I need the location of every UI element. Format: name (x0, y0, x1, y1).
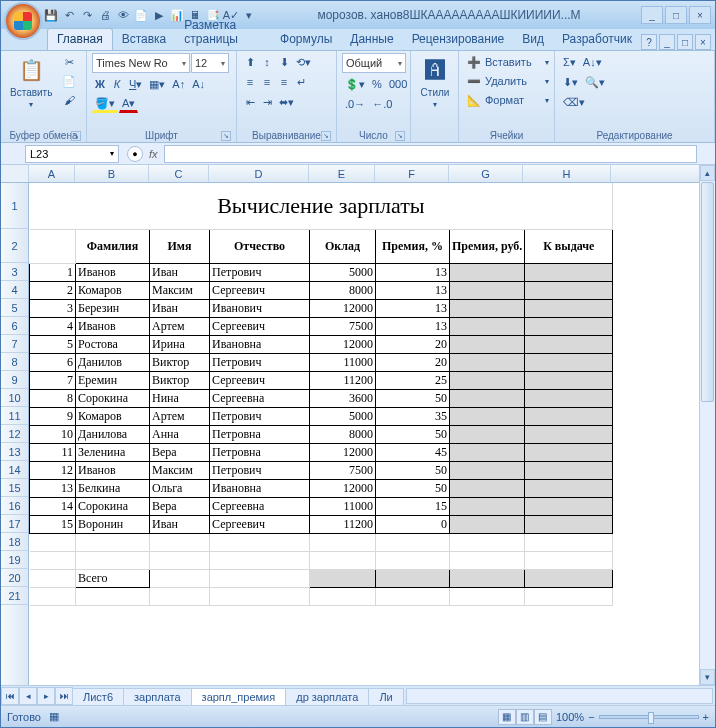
copy-button[interactable]: 📄 (59, 72, 79, 90)
column-header[interactable]: D (209, 165, 309, 182)
header-cell[interactable]: Имя (150, 229, 210, 263)
ribbon-tab[interactable]: Разметка страницы (175, 15, 271, 50)
row-header[interactable]: 20 (1, 569, 28, 587)
data-cell[interactable]: Иван (150, 299, 210, 317)
row-header[interactable]: 16 (1, 497, 28, 515)
empty-cell[interactable] (30, 533, 76, 551)
total-cell[interactable] (310, 569, 376, 587)
formula-bar[interactable] (164, 145, 697, 163)
ribbon-tab[interactable]: Главная (47, 28, 113, 50)
data-cell[interactable]: 25 (376, 371, 450, 389)
data-cell[interactable] (525, 425, 613, 443)
insert-cells[interactable]: ➕Вставить▾ (464, 53, 549, 71)
data-cell[interactable]: Иван (150, 263, 210, 281)
qat-button[interactable]: 💾 (43, 7, 59, 23)
total-cell[interactable] (150, 569, 210, 587)
qat-button[interactable]: 🖨 (97, 7, 113, 23)
data-cell[interactable]: Петровна (210, 425, 310, 443)
empty-cell[interactable] (376, 533, 450, 551)
data-cell[interactable]: Сергеевич (210, 281, 310, 299)
data-cell[interactable]: Данилов (76, 353, 150, 371)
sort-filter[interactable]: A↓▾ (580, 53, 605, 71)
data-cell[interactable]: Сергеевич (210, 515, 310, 533)
align-bot[interactable]: ⬇ (276, 53, 292, 71)
number-format-combo[interactable]: Общий▾ (342, 53, 406, 73)
autosum[interactable]: Σ▾ (560, 53, 579, 71)
empty-cell[interactable] (310, 533, 376, 551)
data-cell[interactable] (450, 497, 525, 515)
data-cell[interactable]: Березин (76, 299, 150, 317)
column-header[interactable]: A (29, 165, 75, 182)
data-cell[interactable] (450, 299, 525, 317)
empty-cell[interactable] (76, 533, 150, 551)
data-cell[interactable]: Иванов (76, 461, 150, 479)
view-break[interactable]: ▤ (534, 709, 552, 725)
align-mid[interactable]: ↕ (259, 53, 275, 71)
sheet-tab[interactable]: зарпл_премия (191, 688, 287, 705)
data-cell[interactable]: 15 (376, 497, 450, 515)
row-header[interactable]: 10 (1, 389, 28, 407)
percent[interactable]: % (369, 75, 385, 93)
data-cell[interactable]: 12 (30, 461, 76, 479)
dialog-launcher[interactable]: ↘ (395, 131, 405, 141)
row-header[interactable]: 19 (1, 551, 28, 569)
data-cell[interactable] (525, 263, 613, 281)
zoom-level[interactable]: 100% (556, 711, 584, 723)
data-cell[interactable]: Вера (150, 443, 210, 461)
qat-button[interactable]: ↷ (79, 7, 95, 23)
data-cell[interactable]: Петровна (210, 443, 310, 461)
macro-icon[interactable]: ▦ (49, 710, 59, 723)
delete-cells[interactable]: ➖Удалить▾ (464, 72, 549, 90)
data-cell[interactable]: 0 (376, 515, 450, 533)
horizontal-scrollbar[interactable] (406, 688, 713, 704)
data-cell[interactable] (450, 317, 525, 335)
data-cell[interactable]: Ольга (150, 479, 210, 497)
empty-cell[interactable] (30, 551, 76, 569)
empty-cell[interactable] (525, 533, 613, 551)
header-cell[interactable]: Отчество (210, 229, 310, 263)
tab-next[interactable]: ▸ (37, 687, 55, 705)
bold-button[interactable]: Ж (92, 75, 108, 93)
data-cell[interactable]: 7500 (310, 317, 376, 335)
font-size-combo[interactable]: 12▾ (191, 53, 229, 73)
data-cell[interactable]: Артем (150, 317, 210, 335)
column-header[interactable]: B (75, 165, 149, 182)
data-cell[interactable]: Воронин (76, 515, 150, 533)
data-cell[interactable]: Петрович (210, 461, 310, 479)
data-cell[interactable]: Комаров (76, 407, 150, 425)
empty-cell[interactable] (525, 551, 613, 569)
empty-cell[interactable] (310, 551, 376, 569)
data-cell[interactable]: 11 (30, 443, 76, 461)
fx-label[interactable]: fx (149, 148, 158, 160)
empty-cell[interactable] (310, 587, 376, 605)
data-cell[interactable]: Зеленина (76, 443, 150, 461)
qat-button[interactable]: ▶ (151, 7, 167, 23)
data-cell[interactable]: 7500 (310, 461, 376, 479)
data-cell[interactable]: Вера (150, 497, 210, 515)
data-cell[interactable]: Белкина (76, 479, 150, 497)
data-cell[interactable] (525, 497, 613, 515)
scroll-thumb[interactable] (701, 182, 714, 402)
header-cell[interactable]: К выдаче (525, 229, 613, 263)
data-cell[interactable]: 14 (30, 497, 76, 515)
empty-cell[interactable] (376, 551, 450, 569)
data-cell[interactable]: 35 (376, 407, 450, 425)
border-button[interactable]: ▦▾ (146, 75, 168, 93)
column-header[interactable]: G (449, 165, 523, 182)
header-cell[interactable] (30, 229, 76, 263)
total-cell[interactable] (210, 569, 310, 587)
data-cell[interactable]: Артем (150, 407, 210, 425)
data-cell[interactable] (525, 407, 613, 425)
data-cell[interactable]: Иван (150, 515, 210, 533)
dialog-launcher[interactable]: ↘ (71, 131, 81, 141)
data-cell[interactable] (450, 263, 525, 281)
data-cell[interactable]: 5 (30, 335, 76, 353)
data-cell[interactable] (525, 389, 613, 407)
ribbon-tab[interactable]: Рецензирование (403, 29, 514, 50)
data-cell[interactable]: Сорокина (76, 389, 150, 407)
data-cell[interactable]: 11200 (310, 371, 376, 389)
underline-button[interactable]: Ч▾ (126, 75, 145, 93)
data-cell[interactable]: Иванов (76, 263, 150, 281)
close-doc-button[interactable]: × (695, 34, 711, 50)
row-header[interactable]: 14 (1, 461, 28, 479)
